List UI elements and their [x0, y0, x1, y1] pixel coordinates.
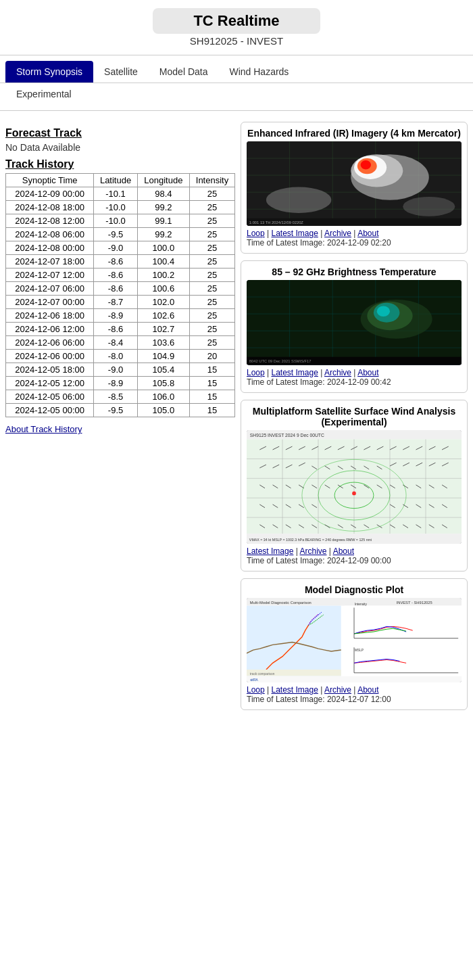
mw-about-link[interactable]: About	[357, 368, 378, 377]
wind-card-links: Latest Image | Archive | About	[247, 546, 462, 556]
nav-bar: Storm Synopsis Satellite Model Data Wind…	[0, 61, 473, 83]
table-row: 2024-12-08 06:00-9.599.225	[6, 228, 235, 241]
wind-archive-link[interactable]: Archive	[300, 546, 327, 556]
ir-loop-link[interactable]: Loop	[247, 229, 265, 238]
nav-storm-synopsis[interactable]: Storm Synopsis	[5, 61, 93, 83]
table-row: 2024-12-08 12:00-10.099.125	[6, 214, 235, 228]
ir-card-title: Enhanced Infrared (IR) Imagery (4 km Mer…	[247, 128, 462, 139]
table-cell: -8.9	[94, 309, 137, 323]
svg-text:1:001  13 TH  2024/12/09 0220Z: 1:001 13 TH 2024/12/09 0220Z	[249, 220, 304, 225]
table-cell: 15	[189, 404, 234, 417]
svg-text:8042 UTC 09 Dec 2021   SSMIS/F: 8042 UTC 09 Dec 2021 SSMIS/F17	[249, 360, 312, 364]
nav-experimental[interactable]: Experimental	[5, 83, 82, 105]
table-cell: 2024-12-08 06:00	[6, 228, 94, 241]
col-longitude: Longitude	[137, 174, 189, 187]
no-data-label: No Data Available	[5, 142, 235, 153]
table-cell: 2024-12-06 12:00	[6, 323, 94, 336]
table-cell: 99.1	[137, 214, 189, 228]
table-cell: 25	[189, 282, 234, 296]
mw-loop-link[interactable]: Loop	[247, 368, 265, 377]
mw-archive-link[interactable]: Archive	[324, 368, 351, 377]
table-row: 2024-12-08 18:00-10.099.225	[6, 201, 235, 214]
ir-image[interactable]: 1:001 13 TH 2024/12/09 0220Z	[247, 141, 462, 226]
right-panel: Enhanced Infrared (IR) Imagery (4 km Mer…	[241, 122, 468, 717]
wind-about-link[interactable]: About	[333, 546, 354, 556]
ir-about-link[interactable]: About	[357, 229, 378, 238]
table-cell: 102.7	[137, 323, 189, 336]
model-image[interactable]: Multi-Model Diagnostic Comparison INVEST…	[247, 598, 462, 682]
table-cell: 2024-12-05 18:00	[6, 363, 94, 377]
nav-satellite[interactable]: Satellite	[93, 61, 149, 83]
table-cell: -8.5	[94, 390, 137, 404]
ir-latest-link[interactable]: Latest Image	[272, 229, 318, 238]
track-history-table: Synoptic Time Latitude Longitude Intensi…	[5, 173, 235, 417]
track-history-title: Track History	[5, 158, 235, 170]
table-cell: 25	[189, 323, 234, 336]
table-cell: 102.6	[137, 309, 189, 323]
table-cell: 103.6	[137, 336, 189, 350]
model-latest-link[interactable]: Latest Image	[272, 685, 318, 695]
app-title: TC Realtime	[193, 12, 279, 30]
svg-rect-129	[345, 606, 462, 642]
table-cell: 99.2	[137, 228, 189, 241]
col-latitude: Latitude	[94, 174, 137, 187]
table-row: 2024-12-05 12:00-8.9105.815	[6, 377, 235, 390]
table-row: 2024-12-09 00:00-10.198.425	[6, 187, 235, 201]
microwave-image[interactable]: 8042 UTC 09 Dec 2021 SSMIS/F17	[247, 280, 462, 365]
model-card-title: Model Diagnostic Plot	[247, 584, 462, 595]
table-cell: 25	[189, 201, 234, 214]
table-cell: -9.5	[94, 228, 137, 241]
ir-imagery-card: Enhanced Infrared (IR) Imagery (4 km Mer…	[241, 122, 468, 254]
table-cell: 98.4	[137, 187, 189, 201]
model-archive-link[interactable]: Archive	[324, 685, 351, 695]
table-row: 2024-12-08 00:00-9.0100.025	[6, 241, 235, 255]
table-cell: 105.8	[137, 377, 189, 390]
svg-point-14	[266, 187, 331, 213]
table-cell: 25	[189, 336, 234, 350]
table-cell: 25	[189, 241, 234, 255]
nav-wind-hazards[interactable]: Wind Hazards	[218, 61, 299, 83]
model-loop-link[interactable]: Loop	[247, 685, 265, 695]
table-row: 2024-12-06 18:00-8.9102.625	[6, 309, 235, 323]
table-cell: -8.9	[94, 377, 137, 390]
storm-id: SH912025 - INVEST	[0, 35, 473, 47]
table-row: 2024-12-05 00:00-9.5105.015	[6, 404, 235, 417]
table-cell: 105.0	[137, 404, 189, 417]
table-row: 2024-12-06 06:00-8.4103.625	[6, 336, 235, 350]
svg-text:VMAX = 34 kt  MSLP = 1002.3 hP: VMAX = 34 kt MSLP = 1002.3 hPa BEARING =…	[249, 537, 372, 541]
table-cell: 25	[189, 296, 234, 309]
svg-text:SH9125   INVEST   2024   9 Dec: SH9125 INVEST 2024 9 Dec 00UTC	[250, 432, 324, 437]
ir-card-time: Time of Latest Image: 2024-12-09 02:20	[247, 238, 462, 248]
wind-card-time: Time of Latest Image: 2024-12-09 00:00	[247, 556, 462, 565]
mw-latest-link[interactable]: Latest Image	[272, 368, 318, 377]
table-cell: 2024-12-08 12:00	[6, 214, 94, 228]
table-cell: 105.4	[137, 363, 189, 377]
table-row: 2024-12-05 06:00-8.5106.015	[6, 390, 235, 404]
model-about-link[interactable]: About	[357, 685, 378, 695]
table-cell: -9.0	[94, 363, 137, 377]
svg-text:Multi-Model Diagnostic Compari: Multi-Model Diagnostic Comparison	[250, 601, 312, 605]
microwave-card-links: Loop | Latest Image | Archive | About	[247, 368, 462, 377]
table-cell: 25	[189, 269, 234, 282]
nav-model-data[interactable]: Model Data	[149, 61, 219, 83]
about-track-history-link[interactable]: About Track History	[5, 424, 235, 434]
svg-text:MSLP: MSLP	[355, 649, 364, 652]
table-cell: 2024-12-05 06:00	[6, 390, 94, 404]
svg-point-15	[403, 197, 455, 216]
table-cell: 25	[189, 255, 234, 269]
svg-text:INVEST - SH912025: INVEST - SH912025	[397, 601, 432, 605]
wind-image[interactable]: SH9125 INVEST 2024 9 Dec 00UTC	[247, 430, 462, 544]
table-cell: -9.5	[94, 404, 137, 417]
col-synoptic-time: Synoptic Time	[6, 174, 94, 187]
table-cell: -10.0	[94, 201, 137, 214]
wind-latest-link[interactable]: Latest Image	[247, 546, 293, 556]
table-cell: 25	[189, 309, 234, 323]
table-cell: 25	[189, 228, 234, 241]
svg-point-30	[377, 306, 390, 317]
ir-archive-link[interactable]: Archive	[324, 229, 351, 238]
table-cell: 2024-12-05 00:00	[6, 404, 94, 417]
table-cell: 100.2	[137, 269, 189, 282]
table-cell: 15	[189, 377, 234, 390]
table-cell: 2024-12-05 12:00	[6, 377, 94, 390]
table-cell: 2024-12-07 18:00	[6, 255, 94, 269]
